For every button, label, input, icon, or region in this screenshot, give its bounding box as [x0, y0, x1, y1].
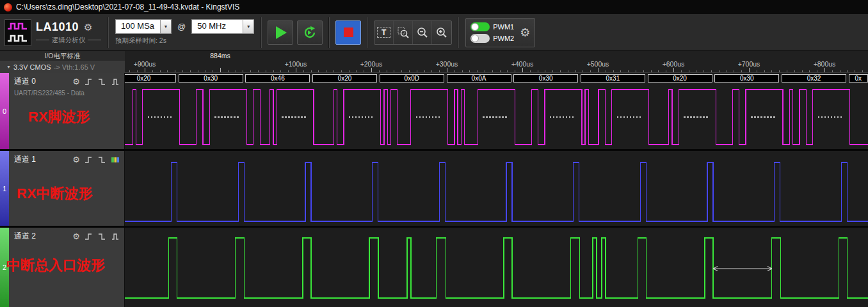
sample-depth-dropdown[interactable]: 100 MSa ▼: [115, 19, 172, 34]
waveform-area-ch2[interactable]: [125, 228, 868, 307]
channel-settings-gear-icon[interactable]: ⚙: [72, 232, 80, 240]
channel-settings-gear-icon[interactable]: ⚙: [72, 77, 80, 86]
at-label: @: [177, 22, 186, 31]
pwm2-toggle[interactable]: [470, 34, 490, 43]
ruler-tick-label: +100us: [285, 60, 307, 68]
channel-color-strip: 0: [0, 73, 9, 149]
ruler-tick-label: +500us: [587, 60, 609, 68]
channel-name: 通道 1: [14, 154, 72, 165]
falling-edge-icon[interactable]: [96, 77, 107, 86]
dual-edge-icon[interactable]: [109, 232, 120, 240]
repeat-capture-button[interactable]: [297, 20, 323, 45]
ruler-minor-tick: [311, 70, 312, 72]
zoom-in-button[interactable]: [432, 21, 451, 44]
ruler-major-tick: [447, 68, 447, 72]
ruler-minor-tick: [545, 70, 545, 72]
ruler-minor-tick: [696, 70, 696, 72]
expected-time-label: 预期采样时间: 2s: [115, 36, 254, 45]
ruler-tick-label: +900us: [134, 60, 156, 68]
timeline-ruler[interactable]: 884ms +900us+100us+200us+300us+400us+500…: [125, 51, 868, 73]
rising-edge-icon[interactable]: [83, 77, 93, 86]
falling-edge-icon[interactable]: [96, 155, 107, 164]
ruler-minor-tick: [469, 70, 470, 72]
ruler-tick-label: +400us: [511, 60, 534, 68]
waveform-ch1: [125, 151, 868, 226]
ruler-minor-tick: [636, 70, 636, 72]
chevron-down-icon[interactable]: ▼: [160, 20, 171, 33]
ruler-minor-tick: [198, 70, 198, 72]
decoder-label: UART/RS232/485 - Data: [14, 90, 120, 97]
t-marker-icon: T: [377, 27, 390, 38]
view-tools-group: T: [374, 20, 452, 45]
pwm-settings-gear-icon[interactable]: ⚙: [520, 26, 530, 40]
zoom-out-icon: [416, 26, 429, 39]
waveform-ch0: [125, 73, 868, 149]
rising-edge-icon[interactable]: [83, 232, 93, 240]
ruler-tick-label: +200us: [360, 60, 383, 68]
ruler-major-tick: [598, 68, 599, 72]
ruler-major-tick: [371, 68, 372, 72]
ruler-minor-tick: [160, 70, 161, 72]
toolbar-divider: [458, 17, 459, 48]
ruler-minor-tick: [273, 70, 274, 72]
ruler-minor-tick: [832, 70, 833, 72]
ruler-minor-tick: [794, 70, 795, 72]
channel-annotation: 中断总入口波形: [6, 256, 105, 275]
sample-rate-dropdown[interactable]: 50 MHz ▼: [191, 19, 254, 34]
ruler-tick-label: +700us: [738, 60, 760, 68]
ruler-minor-tick: [152, 70, 153, 72]
io-standard-header: I/O电平标准: [0, 51, 125, 61]
ruler-tick-label: +300us: [436, 60, 458, 68]
decoder-badge-icon[interactable]: [109, 155, 120, 164]
channel0-panel[interactable]: 0 通道 0 ⚙ UART/RS232/485 - Data RX脚波形: [0, 73, 125, 149]
toolbar-divider: [367, 17, 368, 48]
ruler-minor-tick: [727, 70, 727, 72]
dual-edge-icon[interactable]: [109, 77, 120, 86]
channel-color-strip: 1: [0, 151, 9, 226]
ruler-minor-tick: [379, 70, 380, 72]
ruler-minor-tick: [401, 70, 402, 72]
ruler-minor-tick: [129, 70, 130, 72]
device-name: LA1010: [36, 20, 79, 34]
rising-edge-icon[interactable]: [83, 155, 93, 164]
ruler-minor-tick: [817, 70, 817, 72]
pwm1-toggle[interactable]: [470, 22, 490, 31]
channel-settings-gear-icon[interactable]: ⚙: [72, 155, 80, 164]
falling-edge-icon[interactable]: [96, 232, 107, 240]
io-standard-block: I/O电平标准 ▼ 3.3V CMOS -> Vth:1.65 V: [0, 51, 125, 73]
ruler-major-tick: [824, 68, 825, 72]
play-icon: [276, 26, 287, 39]
ruler-minor-tick: [757, 70, 757, 72]
start-capture-button[interactable]: [268, 20, 293, 45]
ruler-minor-tick: [802, 70, 803, 72]
chevron-down-icon[interactable]: ▼: [243, 20, 253, 33]
caret-down-icon: ▼: [6, 65, 11, 69]
device-subtitle: 逻辑分析仪: [36, 36, 101, 45]
ruler-minor-tick: [318, 70, 319, 72]
trigger-marker-button[interactable]: T: [374, 21, 394, 44]
zoom-selection-icon: [397, 26, 410, 39]
waveform-area-ch0[interactable]: 0x200x300x460x200x0D0x0A0x300x310x200x30…: [125, 73, 868, 149]
ruler-major-tick: [296, 68, 296, 72]
ruler-minor-tick: [236, 70, 236, 72]
device-settings-gear-icon[interactable]: ⚙: [84, 22, 92, 32]
stop-capture-button[interactable]: [335, 20, 361, 45]
io-standard-dropdown[interactable]: ▼ 3.3V CMOS -> Vth:1.65 V: [0, 61, 125, 73]
ruler-minor-tick: [492, 70, 493, 72]
waveform-area-ch1[interactable]: [125, 151, 868, 226]
ruler-major-tick: [220, 68, 221, 72]
ruler-minor-tick: [620, 70, 621, 72]
zoom-selection-button[interactable]: [394, 21, 413, 44]
ruler-minor-tick: [560, 70, 561, 72]
channel1-panel[interactable]: 1 通道 1 ⚙ RX中断波形: [0, 151, 125, 226]
ruler-minor-tick: [606, 70, 606, 72]
ruler-minor-tick: [477, 70, 478, 72]
zoom-out-button[interactable]: [413, 21, 432, 44]
channel2-panel[interactable]: 2 通道 2 ⚙ 中断总入口波形: [0, 228, 125, 307]
ruler-minor-tick: [250, 70, 251, 72]
ruler-minor-tick: [341, 70, 342, 72]
sample-rate-value: 50 MHz: [192, 20, 243, 33]
ruler-minor-tick: [485, 70, 485, 72]
sample-depth-value: 100 MSa: [116, 20, 160, 33]
ruler-minor-tick: [771, 70, 772, 72]
